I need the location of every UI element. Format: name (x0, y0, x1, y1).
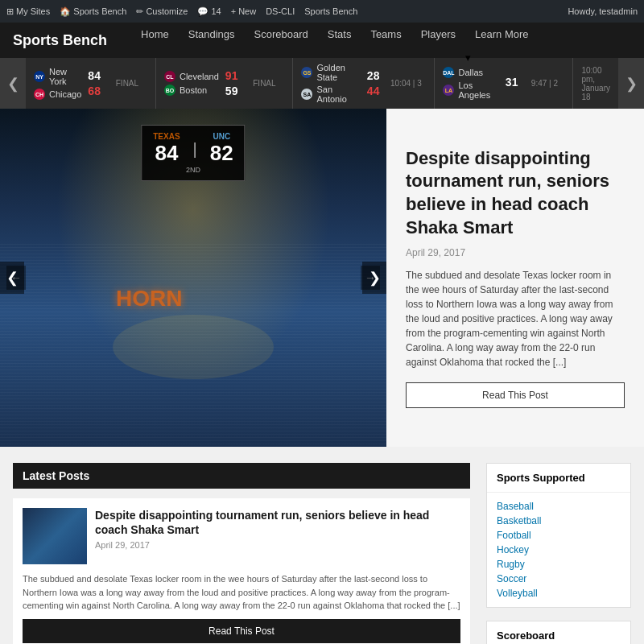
sport-football[interactable]: Football (497, 528, 621, 543)
latest-posts-header: Latest Posts (13, 463, 470, 489)
sports-list: Baseball Basketball Football Hockey Rugb… (497, 499, 621, 601)
hero-section: ❮ TEXAS 84 | UNC 82 2ND (0, 109, 644, 447)
game4-team2: LA Los Angeles (443, 80, 498, 100)
nav-teams[interactable]: Teams (361, 17, 411, 52)
admin-new[interactable]: + New (231, 6, 257, 16)
post-read-btn-1[interactable]: Read This Post (23, 619, 460, 643)
game4-team1-name: Dallas (458, 68, 483, 77)
game1-team1-name: New York (49, 67, 81, 86)
nav-home[interactable]: Home (131, 17, 179, 52)
ticker-prev-btn[interactable]: ❮ (0, 58, 26, 109)
game4-score1: 31 (506, 76, 518, 89)
sport-soccer[interactable]: Soccer (497, 572, 621, 586)
game1-scores: 84 68 (88, 69, 101, 97)
sport-volleyball[interactable]: Volleyball (497, 586, 621, 601)
sidebar-column: Sports Supported Baseball Basketball Foo… (486, 463, 631, 644)
game2-team2-name: Boston (180, 85, 207, 95)
sport-rugby[interactable]: Rugby (497, 557, 621, 572)
nav-learn-more[interactable]: Learn More (465, 17, 538, 52)
sport-basketball[interactable]: Basketball (497, 514, 621, 528)
hero-post-excerpt: The subdued and desolate Texas locker ro… (406, 268, 625, 369)
sb-texas: TEXAS 84 (153, 132, 180, 166)
ticker-time: 10:00 pm, January 18 (573, 58, 618, 109)
admin-my-sites[interactable]: ⊞ My Sites (6, 6, 50, 17)
game4-teams: DAL Dallas LA Los Angeles (443, 67, 498, 100)
hero-crowd: TEXAS 84 | UNC 82 2ND HORN (0, 109, 386, 447)
arena-scoreboard: TEXAS 84 | UNC 82 2ND (141, 125, 245, 181)
game4-scores: 31 (506, 76, 518, 91)
ny-logo: NY (34, 71, 45, 82)
game2-score1: 91 (225, 69, 238, 82)
game3-status: 10:04 | 3 (386, 79, 426, 88)
sports-widget-header: Sports Supported (487, 464, 630, 493)
sports-widget-body: Baseball Basketball Football Hockey Rugb… (487, 493, 630, 607)
game4-team1: DAL Dallas (443, 67, 498, 78)
sb-unc: UNC 82 (210, 132, 233, 166)
site-header: Sports Bench Home Standings Scoreboard S… (0, 23, 644, 58)
games-container: NY New York CH Chicago 84 68 FINAL CL Cl… (26, 58, 618, 109)
game3-score1: 28 (367, 69, 380, 82)
nav-scoreboard[interactable]: Scoreboard (245, 17, 318, 52)
game3-scores: 28 44 (367, 69, 380, 97)
ticker-next-btn[interactable]: ❯ (618, 58, 644, 109)
arena-floor (113, 315, 274, 379)
la-logo: LA (443, 85, 454, 96)
main-nav: Home Standings Scoreboard Stats Teams Pl… (131, 17, 539, 64)
scoreboard-widget: Scoreboard ❮ Week 3 ❯ NY New York 84 CL … (486, 621, 631, 644)
game2-team1: CL Cleveland (164, 71, 219, 82)
game1-team2-name: Chicago (49, 89, 81, 99)
scoreboard-scores: TEXAS 84 | UNC 82 (153, 132, 233, 166)
game2-status: FINAL (244, 79, 284, 88)
post-meta-1: Despite disappointing tournament run, se… (95, 508, 460, 564)
game-entry-1: NY New York CH Chicago 84 68 FINAL (26, 58, 156, 109)
sports-supported-widget: Sports Supported Baseball Basketball Foo… (486, 463, 631, 608)
post-date-1: April 29, 2017 (95, 540, 460, 550)
nav-stats[interactable]: Stats (318, 17, 361, 52)
bos-logo: BO (164, 85, 175, 96)
horn-sign: HORN (116, 286, 182, 312)
scoreboard-widget-header: Scoreboard (487, 621, 630, 644)
main-content: Latest Posts Despite disappointing tourn… (0, 447, 644, 644)
game1-team1: NY New York (34, 67, 81, 86)
game-entry-4: DAL Dallas LA Los Angeles 31 9:47 | 2 (435, 58, 573, 109)
admin-bench[interactable]: Sports Bench (304, 6, 357, 16)
hero-prev-btn[interactable]: ❮ (0, 262, 24, 294)
game2-team2: BO Boston (164, 85, 219, 96)
post-title-1[interactable]: Despite disappointing tournament run, se… (95, 508, 460, 537)
nav-players[interactable]: Players (411, 17, 465, 52)
gs-logo: GS (301, 67, 312, 78)
game3-team1: GS Golden State (301, 63, 360, 82)
game4-team2-name: Los Angeles (458, 80, 498, 100)
nav-standings[interactable]: Standings (179, 17, 245, 52)
clev-logo: CL (164, 71, 175, 82)
site-title[interactable]: Sports Bench (13, 32, 107, 49)
sport-baseball[interactable]: Baseball (497, 499, 621, 514)
game-entry-2: CL Cleveland BO Boston 91 59 FINAL (156, 58, 294, 109)
sb-separator: | (193, 140, 197, 159)
game3-team2-name: San Antonio (316, 85, 360, 104)
admin-customize[interactable]: ✏ Customize (136, 6, 188, 17)
sb-period: 2ND (153, 166, 233, 174)
game3-team2: SA San Antonio (301, 85, 360, 104)
game1-score2: 68 (88, 85, 101, 97)
hero-next-btn[interactable]: ❯ (362, 262, 386, 294)
hero-post-title: Despite disappointing tournament run, se… (406, 147, 625, 239)
hero-post-date: April 29, 2017 (406, 247, 625, 258)
admin-howdy: Howdy, testadmin (568, 6, 638, 16)
sport-hockey[interactable]: Hockey (497, 543, 621, 557)
game1-status: FINAL (107, 79, 147, 88)
game3-team1-name: Golden State (316, 63, 360, 82)
game2-score2: 59 (225, 85, 238, 97)
admin-comments[interactable]: 💬 14 (197, 6, 221, 17)
game1-team2: CH Chicago (34, 89, 81, 100)
scores-ticker: ❮ NY New York CH Chicago 84 68 FINAL (0, 58, 644, 109)
hero-read-post-btn[interactable]: Read This Post (406, 382, 625, 408)
hero-image: TEXAS 84 | UNC 82 2ND HORN ← → (0, 109, 386, 447)
dal-logo: DAL (443, 67, 454, 78)
game1-teams: NY New York CH Chicago (34, 67, 81, 100)
game1-score1: 84 (88, 69, 101, 82)
admin-sports-bench[interactable]: 🏠 Sports Bench (60, 6, 126, 17)
chi-logo: CH (34, 89, 45, 100)
admin-dscli[interactable]: DS-CLI (266, 6, 295, 16)
game4-status: 9:47 | 2 (524, 79, 564, 88)
